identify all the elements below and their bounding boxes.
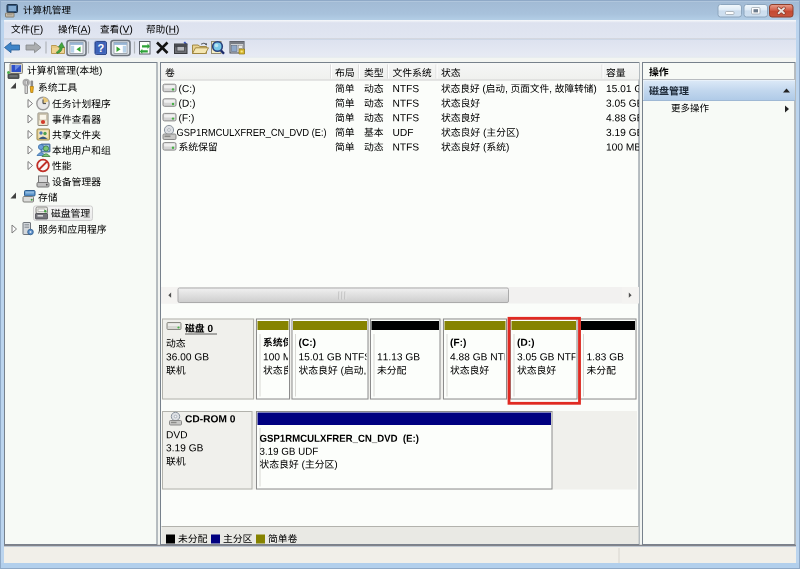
svg-text:?: ? bbox=[97, 42, 104, 54]
